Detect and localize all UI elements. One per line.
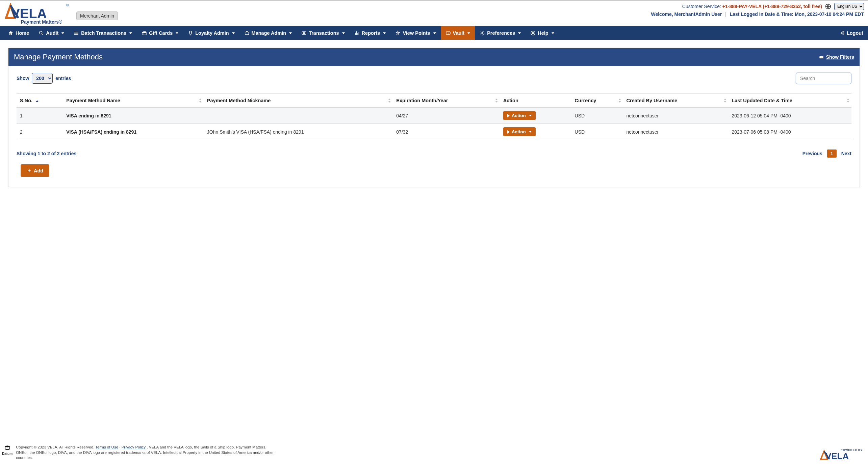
cell-exp: 04/27 (393, 108, 500, 124)
nav-vault[interactable]: Vault (441, 26, 475, 40)
plus-icon: ＋ (27, 167, 32, 174)
caret-down-icon (61, 32, 64, 34)
svg-point-9 (303, 32, 305, 34)
nav-icon (301, 30, 307, 36)
play-icon (507, 130, 510, 134)
nav-manage-admin[interactable]: Manage Admin (239, 26, 297, 40)
page-prev[interactable]: Previous (802, 151, 822, 156)
top-bar: VELA ® Payment Matters® Merchant Admin C… (0, 1, 868, 26)
caret-down-icon (552, 32, 554, 34)
folder-open-icon (819, 54, 824, 60)
sort-icon (388, 99, 391, 103)
cell-sno: 1 (17, 108, 63, 124)
nav-logout[interactable]: Logout (835, 26, 868, 40)
svg-point-13 (482, 32, 483, 34)
nav-reports[interactable]: Reports (350, 26, 391, 40)
action-button[interactable]: Action (503, 111, 536, 120)
entries-select[interactable]: 200 (32, 73, 53, 84)
caret-down-icon (232, 32, 235, 34)
svg-line-6 (42, 33, 43, 35)
nav-icon (74, 30, 79, 36)
page-next[interactable]: Next (841, 151, 851, 156)
pagination: Previous 1 Next (802, 149, 851, 158)
cell-createdby: netconnectuser (623, 124, 729, 140)
language-select[interactable]: English US (834, 3, 864, 10)
cell-currency: USD (571, 124, 623, 140)
action-button[interactable]: Action (503, 127, 536, 136)
col-last-updated-date-time[interactable]: Last Updated Date & Time (729, 94, 852, 108)
show-filters-link[interactable]: Show Filters (819, 54, 854, 60)
role-badge: Merchant Admin (76, 11, 118, 20)
col-currency[interactable]: Currency (571, 94, 623, 108)
cell-updated: 2023-07-06 05:08 PM -0400 (729, 124, 852, 140)
col-payment-method-nickname[interactable]: Payment Method Nickname (204, 94, 393, 108)
cell-createdby: netconnectuser (623, 108, 729, 124)
svg-text:®: ® (66, 3, 69, 7)
svg-rect-8 (302, 32, 306, 34)
nav-icon (354, 30, 360, 36)
add-button[interactable]: ＋ Add (21, 164, 49, 177)
payment-method-link[interactable]: VISA ending in 8291 (66, 113, 111, 118)
payment-methods-table: S.No. Payment Method NamePayment Method … (17, 93, 851, 140)
sort-icon (495, 99, 498, 103)
globe-icon (825, 3, 832, 10)
nav-icon (244, 30, 250, 36)
nav-home[interactable]: Home (3, 26, 34, 40)
nav-icon (188, 30, 193, 36)
last-login-text: Last Logged In Date & Time: Mon, 2023-07… (730, 11, 864, 17)
nav-gift-cards[interactable]: Gift Cards (137, 26, 183, 40)
caret-down-icon (176, 32, 178, 34)
nav-icon (480, 30, 485, 36)
svg-rect-7 (245, 32, 249, 35)
cell-sno: 2 (17, 124, 63, 140)
sort-icon (618, 99, 621, 103)
search-input[interactable] (796, 73, 851, 84)
nav-batch-transactions[interactable]: Batch Transactions (69, 26, 137, 40)
svg-point-15 (532, 32, 534, 34)
caret-down-icon (289, 32, 292, 34)
cell-nickname (204, 108, 393, 124)
nav-audit[interactable]: Audit (34, 26, 69, 40)
col-expiration-month-year[interactable]: Expiration Month/Year (393, 94, 500, 108)
play-icon (507, 114, 510, 117)
caret-down-icon (467, 32, 470, 34)
nav-preferences[interactable]: Preferences (475, 26, 526, 40)
nav-icon (142, 30, 147, 36)
sort-icon (199, 99, 202, 103)
manage-payment-methods-panel: Manage Payment Methods Show Filters Show… (8, 48, 860, 187)
nav-help[interactable]: Help (526, 26, 559, 40)
nav-icon (395, 30, 401, 36)
nav-view-points[interactable]: View Points (390, 26, 440, 40)
svg-text:VELA: VELA (11, 6, 47, 21)
nav-icon (39, 30, 44, 36)
page-current[interactable]: 1 (827, 149, 837, 158)
caret-down-icon (383, 32, 386, 34)
nav-icon (8, 30, 14, 36)
table-row: 1VISA ending in 829104/27ActionUSDnetcon… (17, 108, 851, 124)
caret-down-icon (433, 32, 436, 34)
nav-icon (445, 30, 451, 36)
sort-icon (724, 99, 726, 103)
cell-currency: USD (571, 108, 623, 124)
brand-logo[interactable]: VELA ® Payment Matters® (3, 3, 70, 25)
nav-icon (530, 30, 536, 36)
col-action[interactable]: Action (500, 94, 571, 108)
nav-transactions[interactable]: Transactions (297, 26, 349, 40)
logout-icon (839, 30, 845, 36)
main-nav: HomeAuditBatch TransactionsGift CardsLoy… (0, 26, 868, 40)
cell-nickname: JOhn Smith's VISA (HSA/FSA) ending in 82… (204, 124, 393, 140)
sort-asc-icon (36, 100, 39, 102)
nav-loyalty-admin[interactable]: Loyalty Admin (183, 26, 239, 40)
cell-exp: 07/32 (393, 124, 500, 140)
table-info: Showing 1 to 2 of 2 entries (17, 151, 76, 156)
col-created-by-username[interactable]: Created By Username (623, 94, 729, 108)
entries-selector: Show 200 entries (17, 73, 71, 84)
payment-method-link[interactable]: VISA (HSA/FSA) ending in 8291 (66, 129, 136, 135)
customer-service-text: Customer Service: +1-888-PAY-VELA (+1-88… (682, 4, 822, 9)
caret-down-icon (342, 32, 345, 34)
welcome-text: Welcome, MerchantAdmin User (651, 11, 722, 17)
caret-down-icon (129, 32, 132, 34)
page-title: Manage Payment Methods (14, 53, 103, 61)
col-payment-method-name[interactable]: Payment Method Name (63, 94, 204, 108)
col-s-no-[interactable]: S.No. (17, 94, 63, 108)
